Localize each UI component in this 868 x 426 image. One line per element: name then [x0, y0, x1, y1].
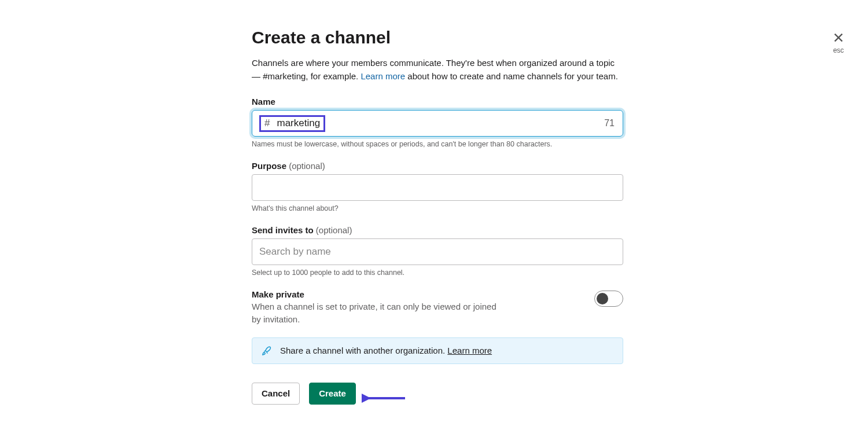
close-button[interactable]: esc [832, 31, 845, 54]
make-private-desc: When a channel is set to private, it can… [252, 300, 506, 326]
close-label: esc [832, 46, 845, 54]
button-row: Cancel Create [252, 383, 623, 405]
channel-name-value: marketing [277, 118, 320, 128]
rocket-icon [262, 346, 272, 356]
purpose-label: Purpose (optional) [252, 161, 623, 171]
invites-input[interactable] [252, 238, 623, 265]
share-banner-text: Share a channel with another organizatio… [280, 346, 492, 355]
purpose-input[interactable] [252, 174, 623, 201]
cancel-button[interactable]: Cancel [252, 383, 300, 405]
private-toggle[interactable] [594, 291, 623, 307]
invites-helper: Select up to 1000 people to add to this … [252, 269, 623, 277]
channel-name-input[interactable]: # marketing 71 [252, 110, 623, 137]
close-icon [832, 31, 845, 44]
invites-label: Send invites to (optional) [252, 225, 623, 235]
char-remaining: 71 [604, 118, 615, 128]
make-private-text: Make private When a channel is set to pr… [252, 289, 506, 326]
share-learn-more-link[interactable]: Learn more [447, 346, 492, 355]
make-private-row: Make private When a channel is set to pr… [252, 289, 623, 326]
name-highlight-annotation: # marketing [259, 115, 325, 132]
name-helper: Names must be lowercase, without spaces … [252, 140, 623, 148]
modal-title: Create a channel [252, 28, 623, 47]
make-private-title: Make private [252, 289, 506, 299]
learn-more-link[interactable]: Learn more [361, 71, 405, 81]
hash-prefix: # [264, 118, 270, 128]
modal-description: Channels are where your members communic… [252, 57, 623, 83]
create-button[interactable]: Create [309, 383, 356, 405]
modal-description-post: about how to create and name channels fo… [405, 71, 618, 81]
toggle-knob [597, 293, 608, 304]
create-channel-modal: Create a channel Channels are where your… [252, 28, 623, 405]
share-info-banner: Share a channel with another organizatio… [252, 337, 623, 364]
name-label: Name [252, 97, 623, 106]
purpose-helper: What's this channel about? [252, 204, 623, 212]
